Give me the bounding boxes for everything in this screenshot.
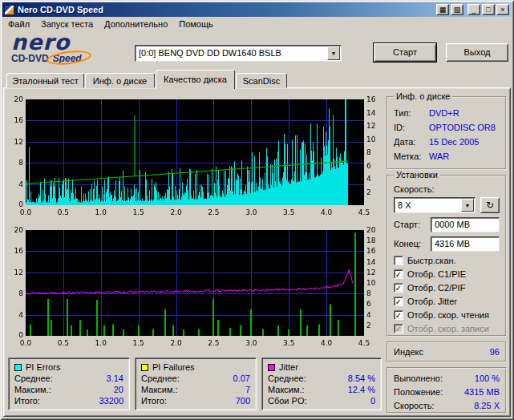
checkbox-show-c2-pif[interactable]: ✓ Отобр. C2/PIF xyxy=(394,281,500,294)
refresh-icon: ↻ xyxy=(486,200,494,211)
start-button[interactable]: Старт xyxy=(374,43,436,62)
window-title: Nero CD-DVD Speed xyxy=(18,5,436,14)
close-button[interactable]: × xyxy=(496,4,509,15)
scan-start-field[interactable]: 0000 MB xyxy=(431,217,500,232)
checkbox-show-c1-pie[interactable]: ✓ Отобр. C1/PIE xyxy=(394,267,500,281)
checkbox-box[interactable]: ✓ xyxy=(394,269,403,279)
tab-disc-quality[interactable]: Качество диска xyxy=(156,70,235,89)
nero-brand-text: nero xyxy=(11,32,132,53)
stat-value: 7 xyxy=(245,385,250,394)
index-label: Индекс xyxy=(394,347,423,357)
scan-end-field[interactable]: 4316 MB xyxy=(431,236,500,252)
done-label: Выполнено: xyxy=(394,374,443,383)
jitter-swatch-icon xyxy=(268,364,275,371)
stat-label: Среднее: xyxy=(14,374,53,383)
menu-run-test[interactable]: Запуск теста xyxy=(35,18,99,30)
nero-logo: nero CD-DVDSpeed xyxy=(11,32,132,71)
settings-group: Установки Скорость: 8 X ▼ ↻ Старт: 0000 … xyxy=(387,175,507,337)
disc-info-title: Инф. о диске xyxy=(394,91,452,101)
disc-date-label: Дата: xyxy=(394,137,429,147)
disc-label-label: Метка: xyxy=(394,151,429,161)
statbox-title: Jitter xyxy=(279,362,298,372)
drive-select-value: [0:0] BENQ DVD DD DW1640 BSLB xyxy=(139,48,326,58)
pi-errors-statbox: PI Errors Среднее:3.14 Максим.:20 Итого:… xyxy=(8,357,130,410)
stat-label: Максим.: xyxy=(14,385,51,394)
scan-start-label: Старт: xyxy=(394,220,431,229)
extra-button-1-icon[interactable]: ▦ xyxy=(436,4,449,15)
checkbox-box[interactable] xyxy=(394,256,403,265)
position-value: 4315 MB xyxy=(464,387,500,397)
disc-date-value: 15 Dec 2005 xyxy=(429,137,479,147)
checkbox-box: ✓ xyxy=(394,324,403,333)
checkbox-label: Отобр. C1/PIE xyxy=(407,269,466,279)
menu-help[interactable]: Помощь xyxy=(173,18,219,30)
stat-label: Максим.: xyxy=(141,385,178,394)
maximize-button[interactable]: □ xyxy=(482,4,495,15)
speed-select-dropdown-button[interactable]: ▼ xyxy=(461,199,474,212)
chevron-down-icon: ▼ xyxy=(328,47,339,59)
scan-end-label: Конец: xyxy=(394,239,431,248)
checkbox-show-write-speed: ✓ Отобр. скор. записи xyxy=(394,321,500,335)
exit-button[interactable]: Выход xyxy=(446,43,508,62)
stat-label: Среднее: xyxy=(141,374,180,383)
stat-value: 700 xyxy=(236,396,250,406)
menu-file[interactable]: Файл xyxy=(2,18,35,30)
speed-label: Скорость: xyxy=(394,184,500,197)
checkbox-label: Отобр. скор. записи xyxy=(407,324,489,333)
pi-errors-chart xyxy=(8,96,383,220)
tab-benchmark[interactable]: Эталонный тест xyxy=(6,73,84,88)
app-icon xyxy=(4,5,14,15)
stat-value: 12.4 % xyxy=(348,385,375,394)
pi-failures-jitter-chart xyxy=(8,227,383,350)
stat-value: 0 xyxy=(370,396,375,406)
position-label: Положение: xyxy=(394,387,443,397)
checkbox-box[interactable]: ✓ xyxy=(394,310,403,320)
checkbox-fast-scan[interactable]: Быстр.скан. xyxy=(394,253,500,267)
jitter-statbox: Jitter Среднее:8.54 % Максим.:12.4 % Сбо… xyxy=(261,357,382,410)
menu-bar: Файл Запуск теста Дополнительно Помощь xyxy=(2,17,512,31)
checkbox-label: Быстр.скан. xyxy=(407,256,456,265)
minimize-button[interactable]: _ xyxy=(467,4,480,15)
drive-select[interactable]: [0:0] BENQ DVD DD DW1640 BSLB ▼ xyxy=(135,45,342,62)
nero-product-text: CD-DVDSpeed xyxy=(11,53,132,64)
checkbox-box[interactable]: ✓ xyxy=(394,297,403,306)
disc-type-label: Тип: xyxy=(394,108,429,118)
stat-value: 33200 xyxy=(99,396,123,406)
current-speed-label: Скорость: xyxy=(394,401,435,410)
disc-label-value: WAR xyxy=(429,151,449,161)
title-bar[interactable]: Nero CD-DVD Speed ▦ ▨ _ □ × xyxy=(2,2,512,17)
app-window: Nero CD-DVD Speed ▦ ▨ _ □ × Файл Запуск … xyxy=(0,0,514,420)
drive-select-dropdown-button[interactable]: ▼ xyxy=(327,46,340,60)
refresh-speed-button[interactable]: ↻ xyxy=(480,197,500,213)
stat-value: 3.14 xyxy=(107,374,123,383)
speed-select-value: 8 X xyxy=(398,200,460,210)
menu-extra[interactable]: Дополнительно xyxy=(99,18,173,30)
stat-label: Максим.: xyxy=(268,385,305,394)
stat-label: Итого: xyxy=(141,396,167,406)
speed-select[interactable]: 8 X ▼ xyxy=(394,197,476,213)
extra-button-2-icon[interactable]: ▨ xyxy=(451,4,463,15)
pi-failures-swatch-icon xyxy=(141,364,148,371)
current-speed-value: 8.25 X xyxy=(474,401,500,410)
disc-id-value: OPTODISC OR8 xyxy=(429,123,496,132)
settings-title: Установки xyxy=(394,170,440,180)
statbox-title: PI Failures xyxy=(152,362,195,372)
window-controls: ▦ ▨ _ □ × xyxy=(436,4,509,15)
chevron-down-icon: ▼ xyxy=(462,200,473,212)
checkbox-label: Отобр. Jitter xyxy=(407,297,457,306)
checkbox-label: Отобр. скор. чтения xyxy=(407,310,489,320)
progress-group: Выполнено:100 % Положение:4315 MB Скорос… xyxy=(387,367,507,414)
disc-id-label: ID: xyxy=(394,123,429,132)
stat-value: 20 xyxy=(114,385,123,394)
disc-info-group: Инф. о диске Тип:DVD+R ID:OPTODISC OR8 Д… xyxy=(387,96,507,170)
pi-errors-swatch-icon xyxy=(14,364,22,371)
disc-type-value: DVD+R xyxy=(429,108,459,118)
stat-label: Сбои PO: xyxy=(268,396,307,406)
checkbox-show-read-speed[interactable]: ✓ Отобр. скор. чтения xyxy=(394,308,500,321)
checkbox-box[interactable]: ✓ xyxy=(394,283,403,293)
tab-disc-info[interactable]: Инф. о диске xyxy=(85,73,155,88)
stat-value: 0.07 xyxy=(233,374,250,383)
pi-failures-statbox: PI Failures Среднее:0.07 Максим.:7 Итого… xyxy=(135,357,257,410)
checkbox-show-jitter[interactable]: ✓ Отобр. Jitter xyxy=(394,294,500,308)
tab-scandisc[interactable]: ScanDisc xyxy=(236,73,287,88)
